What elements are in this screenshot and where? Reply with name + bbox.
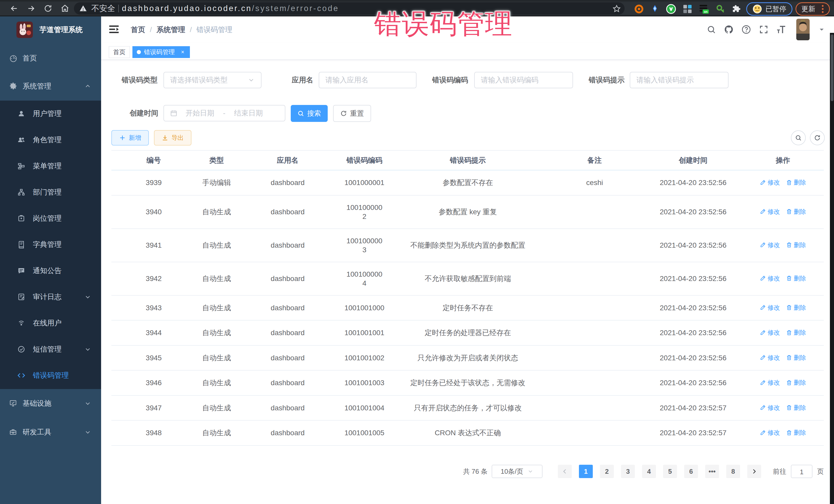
- edit-button[interactable]: 修改: [760, 303, 780, 312]
- browser-update-button[interactable]: 更新: [795, 2, 830, 16]
- scrollbar-thumb[interactable]: [831, 35, 833, 101]
- sidebar-item-审计日志[interactable]: 审计日志: [0, 284, 101, 310]
- next-page-button[interactable]: [747, 465, 761, 478]
- extension-grid-icon[interactable]: [682, 4, 693, 14]
- edit-button[interactable]: 修改: [760, 378, 780, 387]
- page-button-4[interactable]: 4: [642, 465, 656, 478]
- edit-button[interactable]: 修改: [760, 328, 780, 337]
- delete-button[interactable]: 删除: [786, 178, 806, 187]
- breadcrumb-item[interactable]: 首页: [131, 25, 145, 35]
- cell-code: 1001001003: [338, 370, 391, 395]
- sidebar-item-用户管理[interactable]: 用户管理: [0, 101, 101, 127]
- tab-首页[interactable]: 首页: [109, 46, 130, 58]
- page-button-2[interactable]: 2: [600, 465, 614, 478]
- extension-target-icon[interactable]: [634, 4, 644, 14]
- github-icon[interactable]: [724, 25, 734, 35]
- paused-extension-badge[interactable]: 已暂停: [746, 2, 792, 16]
- address-bar[interactable]: 不安全 dashboard.yudao.iocoder.cn/system/er…: [74, 2, 624, 15]
- edit-button[interactable]: 修改: [760, 274, 780, 283]
- sidebar-item-错误码管理[interactable]: 错误码管理: [0, 363, 101, 389]
- page-button-8[interactable]: 8: [726, 465, 740, 478]
- browser-scrollbar[interactable]: [830, 33, 834, 504]
- security-chip[interactable]: 不安全: [79, 3, 115, 14]
- column-header-应用名: 应用名: [237, 150, 338, 170]
- extension-green-icon[interactable]: [666, 4, 676, 14]
- tab-错误码管理[interactable]: 错误码管理×: [132, 46, 190, 58]
- delete-button[interactable]: 删除: [786, 274, 806, 283]
- sidebar-collapse-icon[interactable]: [109, 24, 119, 35]
- cell-code: 100100000 3: [338, 229, 391, 262]
- header-search-icon[interactable]: [706, 25, 716, 35]
- cell-memo: [545, 262, 644, 295]
- edit-button[interactable]: 修改: [760, 428, 780, 437]
- extension-key-icon[interactable]: [716, 4, 725, 14]
- sidebar-item-通知公告[interactable]: 通知公告: [0, 258, 101, 284]
- prev-page-button[interactable]: [558, 465, 572, 478]
- sidebar-item-基础设施[interactable]: 基础设施: [0, 389, 101, 418]
- app-filter-input[interactable]: 请输入应用名: [319, 72, 416, 88]
- sidebar-item-字典管理[interactable]: 字典管理: [0, 232, 101, 258]
- breadcrumb-item[interactable]: 系统管理: [156, 25, 185, 35]
- delete-button[interactable]: 删除: [786, 378, 806, 387]
- edit-button[interactable]: 修改: [760, 403, 780, 412]
- edit-button[interactable]: 修改: [760, 178, 780, 187]
- sidebar-item-短信管理[interactable]: 短信管理: [0, 336, 101, 363]
- page-size-select[interactable]: 10条/页: [492, 465, 543, 478]
- delete-button[interactable]: 删除: [786, 428, 806, 437]
- extension-vue-icon[interactable]: [650, 4, 660, 14]
- page-button-1[interactable]: 1: [579, 465, 593, 478]
- sidebar-item-角色管理[interactable]: 角色管理: [0, 127, 101, 153]
- browser-reload-icon[interactable]: [43, 4, 53, 13]
- toggle-search-button[interactable]: [791, 130, 806, 145]
- msg-filter-input[interactable]: 请输入错误码提示: [630, 72, 728, 88]
- extension-puzzle-icon[interactable]: [731, 4, 742, 14]
- edit-button[interactable]: 修改: [760, 207, 780, 216]
- kebab-menu-icon[interactable]: [821, 5, 824, 13]
- sidebar-item-菜单管理[interactable]: 菜单管理: [0, 153, 101, 179]
- reset-button[interactable]: 重置: [333, 105, 371, 122]
- bookmark-star-icon[interactable]: [612, 4, 621, 13]
- edit-button[interactable]: 修改: [760, 353, 780, 362]
- browser-home-icon[interactable]: [60, 4, 70, 13]
- sidebar-item-系统管理[interactable]: 系统管理: [0, 72, 101, 101]
- type-filter-select[interactable]: 请选择错误码类型: [163, 72, 262, 88]
- extension-switch-icon[interactable]: on: [699, 3, 710, 15]
- search-button[interactable]: 搜索: [291, 105, 328, 122]
- delete-button[interactable]: 删除: [786, 240, 806, 249]
- delete-button[interactable]: 删除: [786, 207, 806, 216]
- goto-page-input[interactable]: 1: [791, 465, 812, 478]
- code-filter-input[interactable]: 请输入错误码编码: [474, 72, 573, 88]
- cell-code: 1001000001: [338, 170, 391, 195]
- sidebar-item-岗位管理[interactable]: 岗位管理: [0, 205, 101, 232]
- logo[interactable]: 芋道管理系统: [0, 17, 101, 43]
- browser-forward-icon[interactable]: [26, 4, 36, 13]
- page-button-3[interactable]: 3: [621, 465, 635, 478]
- page-ellipsis[interactable]: •••: [705, 465, 719, 478]
- sidebar-item-部门管理[interactable]: 部门管理: [0, 179, 101, 205]
- add-button[interactable]: 新增: [111, 130, 149, 146]
- user-menu[interactable]: [796, 19, 825, 40]
- close-icon[interactable]: ×: [180, 49, 185, 55]
- delete-button[interactable]: 删除: [786, 303, 806, 312]
- page-button-6[interactable]: 6: [684, 465, 698, 478]
- delete-button[interactable]: 删除: [786, 328, 806, 337]
- update-button-label: 更新: [802, 4, 815, 14]
- fullscreen-icon[interactable]: [759, 25, 769, 35]
- sidebar-item-在线用户[interactable]: 在线用户: [0, 310, 101, 336]
- font-size-icon[interactable]: [776, 25, 786, 35]
- page-button-5[interactable]: 5: [663, 465, 677, 478]
- help-icon[interactable]: [741, 25, 751, 35]
- edit-button[interactable]: 修改: [760, 240, 780, 249]
- sidebar-item-label: 菜单管理: [33, 161, 101, 171]
- sidebar-item-研发工具[interactable]: 研发工具: [0, 418, 101, 446]
- delete-button-label: 删除: [794, 428, 806, 437]
- browser-back-icon[interactable]: [9, 4, 19, 13]
- sidebar: 芋道管理系统 首页系统管理 用户管理角色管理菜单管理部门管理岗位管理字典管理通知…: [0, 17, 101, 504]
- table-row: 3942自动生成dashboard100100000 4不允许获取敏感配置到前端…: [111, 262, 824, 295]
- date-range-input[interactable]: 开始日期 - 结束日期: [163, 105, 285, 122]
- export-button[interactable]: 导出: [154, 130, 192, 146]
- delete-button[interactable]: 删除: [786, 403, 806, 412]
- delete-button[interactable]: 删除: [786, 353, 806, 362]
- sidebar-item-首页[interactable]: 首页: [0, 44, 101, 73]
- refresh-button[interactable]: [810, 130, 825, 145]
